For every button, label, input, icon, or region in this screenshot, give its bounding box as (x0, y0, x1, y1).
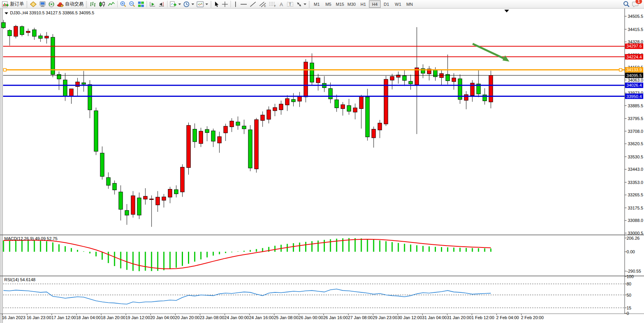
clock-icon (183, 1, 190, 7)
horizontal-line-button[interactable] (239, 0, 248, 8)
timeframe-mn-button[interactable]: MN (404, 0, 415, 8)
market-depth-button[interactable] (29, 0, 38, 8)
bar-chart-button[interactable] (88, 0, 97, 8)
svg-text:19 Jan 12:00: 19 Jan 12:00 (126, 315, 150, 320)
svg-text:F: F (274, 5, 276, 7)
svg-text:34415.5: 34415.5 (628, 27, 643, 32)
svg-text:0: 0 (627, 311, 629, 316)
svg-text:2 Feb 20:00: 2 Feb 20:00 (521, 315, 544, 320)
text-label-icon: T (287, 1, 294, 7)
templates-button[interactable] (195, 0, 209, 8)
timeframe-m1-button[interactable]: M1 (311, 0, 323, 8)
svg-text:34133.9: 34133.9 (627, 67, 642, 72)
svg-text:A: A (280, 2, 283, 7)
svg-text:34224.4: 34224.4 (627, 55, 642, 59)
indicators-button[interactable] (169, 0, 182, 8)
svg-text:T: T (289, 2, 292, 7)
cursor-icon (214, 1, 219, 7)
chart-shift-button[interactable] (157, 0, 166, 8)
cursor-button[interactable] (213, 0, 220, 8)
svg-text:33795.5: 33795.5 (628, 116, 643, 121)
chevron-down-icon (205, 3, 208, 5)
toolbar-grip (86, 1, 87, 7)
rsi-indicator-label: RSI(14) 54.6148 (4, 277, 36, 282)
svg-text:34328.0: 34328.0 (628, 40, 643, 44)
chevron-down-icon (304, 3, 306, 5)
macd-indicator-label: MACD(12,26,9) 49.09 52.75 (4, 236, 58, 241)
crosshair-button[interactable] (220, 0, 229, 8)
svg-text:E: E (264, 5, 266, 7)
svg-text:18 Jan 20:00: 18 Jan 20:00 (101, 315, 126, 320)
svg-text:50: 50 (627, 293, 631, 297)
svg-text:31 Jan 20:00: 31 Jan 20:00 (447, 315, 471, 320)
toolbar-grip (210, 1, 212, 7)
periods-button[interactable] (182, 0, 195, 8)
svg-text:18 Jan 04:00: 18 Jan 04:00 (76, 315, 101, 320)
market-depth-icon (30, 1, 37, 7)
chart-canvas[interactable]: 34505.534415.534328.034238.034150.534063… (0, 9, 644, 323)
auto-scroll-button[interactable] (148, 0, 157, 8)
svg-text:1 Feb 12:00: 1 Feb 12:00 (471, 315, 494, 320)
toolbar-separator (231, 1, 231, 7)
svg-text:15: 15 (627, 306, 631, 310)
svg-text:31 Jan 04:00: 31 Jan 04:00 (422, 315, 447, 320)
text-label-button[interactable]: T (285, 0, 295, 8)
trading-app: 新订单 自动交易 (0, 0, 644, 323)
fibonacci-button[interactable]: F (268, 0, 278, 8)
chart-title-text: DJ30-,H4 33910.5 34127.5 33866.5 34095.5 (10, 10, 94, 15)
search-button[interactable] (622, 0, 631, 8)
svg-text:26 Jan 16:00: 26 Jan 16:00 (323, 315, 348, 320)
svg-text:20 Jan 20:00: 20 Jan 20:00 (175, 315, 200, 320)
autotrade-button[interactable]: 自动交易 (56, 0, 85, 8)
svg-text:34297.6: 34297.6 (627, 44, 642, 48)
timeframe-m5-button[interactable]: M5 (323, 0, 334, 8)
timeframe-m30-button[interactable]: M30 (346, 0, 357, 8)
chevron-down-icon (178, 3, 181, 5)
zoom-in-button[interactable] (119, 0, 128, 8)
svg-text:-290.55: -290.55 (627, 269, 641, 273)
timeframe-d1-button[interactable]: D1 (381, 0, 392, 8)
chart-dropdown-icon[interactable] (5, 10, 8, 15)
chart-window: 34505.534415.534328.034238.034150.534063… (0, 9, 644, 323)
crosshair-icon (222, 1, 228, 7)
line-chart-button[interactable] (107, 0, 116, 8)
vertical-line-button[interactable] (232, 0, 239, 8)
candlestick-chart-button[interactable] (97, 0, 107, 8)
svg-text:80: 80 (627, 282, 631, 286)
chart-title: DJ30-,H4 33910.5 34127.5 33866.5 34095.5 (5, 10, 94, 15)
svg-text:34095.5: 34095.5 (627, 73, 642, 78)
tile-windows-button[interactable] (137, 0, 145, 8)
equidistant-channel-button[interactable]: E (258, 0, 268, 8)
svg-text:33443.0: 33443.0 (628, 167, 643, 172)
toolbar-grip (26, 1, 27, 7)
chat-notification-badge: 1 (635, 0, 642, 4)
new-order-button[interactable]: 新订单 (1, 0, 25, 8)
shapes-arrows-button[interactable] (295, 0, 307, 8)
svg-text:33885.5: 33885.5 (628, 103, 643, 108)
main-toolbar: 新订单 自动交易 (0, 0, 644, 9)
svg-text:34063.0: 34063.0 (628, 78, 643, 82)
timeframe-w1-button[interactable]: W1 (392, 0, 404, 8)
svg-text:17 Jan 12:00: 17 Jan 12:00 (51, 315, 76, 320)
svg-text:100: 100 (627, 274, 634, 279)
fibonacci-icon: F (269, 1, 277, 7)
svg-text:33530.5: 33530.5 (628, 155, 643, 159)
svg-text:33175.5: 33175.5 (628, 206, 643, 210)
svg-text:27 Jan 08:00: 27 Jan 08:00 (348, 315, 373, 320)
timeframe-h4-button[interactable]: H4 (369, 0, 381, 8)
chat-button[interactable]: 1 (631, 0, 640, 8)
signals-button[interactable] (47, 0, 56, 8)
text-button[interactable]: A (278, 0, 285, 8)
timeframe-h1-button[interactable]: H1 (357, 0, 369, 8)
trendline-button[interactable] (248, 0, 258, 8)
indicators-icon (170, 1, 177, 7)
timeframe-m15-button[interactable]: M15 (334, 0, 346, 8)
svg-text:0.00: 0.00 (627, 249, 635, 254)
zoom-out-button[interactable] (128, 0, 137, 8)
templates-icon (196, 1, 204, 7)
horizontal-line-icon (240, 1, 247, 7)
trendline-icon (249, 1, 256, 7)
svg-text:20 Jan 04:00: 20 Jan 04:00 (150, 315, 175, 320)
terminal-button[interactable] (38, 0, 47, 8)
svg-text:206.26: 206.26 (627, 236, 640, 241)
